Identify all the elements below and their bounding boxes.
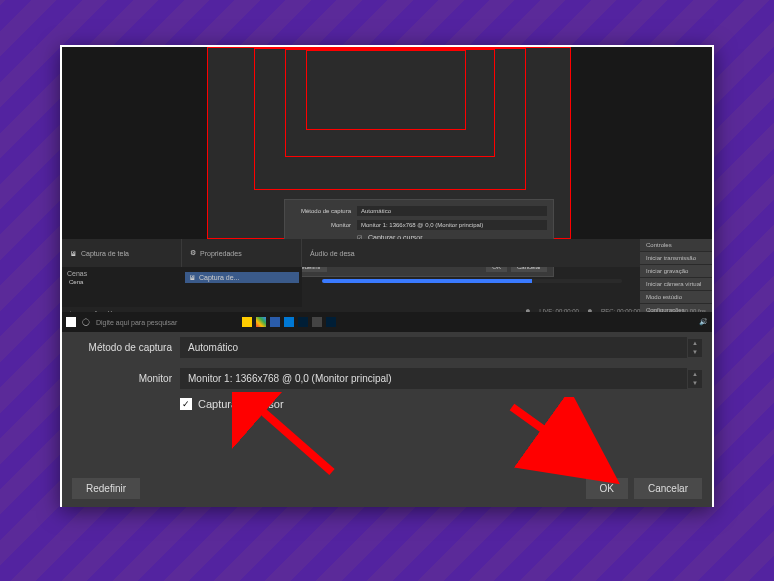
dock-headers: 🖥 Captura de tela ⚙ Propriedades Áudio d…	[62, 239, 712, 267]
chevron-up-icon[interactable]: ▲	[688, 370, 702, 379]
scene-item[interactable]: Cena	[65, 277, 179, 287]
monitor-spinner[interactable]: ▲ ▼	[688, 370, 702, 388]
controls-header: Controles	[640, 239, 712, 251]
capture-cursor-checkbox[interactable]: ✓	[180, 398, 192, 410]
taskbar-apps	[242, 317, 336, 327]
recursive-preview-4	[306, 50, 466, 130]
capture-method-select[interactable]: Automático	[180, 337, 687, 358]
chevron-down-icon[interactable]: ▼	[688, 348, 702, 357]
photoshop-icon[interactable]	[298, 317, 308, 327]
app-icon[interactable]	[270, 317, 280, 327]
obs-window: Método de captura Automático Monitor Mon…	[60, 45, 714, 507]
audio-mixer	[322, 279, 622, 291]
monitor-label: Monitor	[72, 373, 172, 384]
tray-volume-icon[interactable]: 🔊	[699, 318, 708, 326]
chevron-up-icon[interactable]: ▲	[688, 339, 702, 348]
gear-icon: ⚙	[190, 249, 196, 257]
explorer-icon[interactable]	[242, 317, 252, 327]
studio-mode-button[interactable]: Modo estúdio	[640, 291, 712, 303]
monitor-select[interactable]: Monitor 1: 1366x768 @ 0,0 (Monitor princ…	[180, 368, 687, 389]
obs-icon[interactable]	[312, 317, 322, 327]
mini-monitor-value: Monitor 1: 1366x768 @ 0,0 (Monitor princ…	[357, 220, 547, 230]
cancel-button[interactable]: Cancelar	[634, 478, 702, 499]
obs-main-area: Método de captura Automático Monitor Mon…	[62, 47, 712, 332]
properties-label: Propriedades	[200, 250, 242, 257]
start-stream-button[interactable]: Iniciar transmissão	[640, 252, 712, 264]
cortana-icon[interactable]: ◯	[82, 318, 90, 326]
sources-list[interactable]: 🖥 Captura de...	[182, 267, 302, 307]
app-icon[interactable]	[284, 317, 294, 327]
capture-cursor-label: Capturar o cursor	[198, 398, 284, 410]
mini-method-label: Método de captura	[291, 208, 351, 214]
photoshop-icon[interactable]	[326, 317, 336, 327]
volume-meter	[322, 279, 622, 283]
method-spinner[interactable]: ▲ ▼	[688, 339, 702, 357]
mini-method-value: Automático	[357, 206, 547, 216]
virtual-cam-button[interactable]: Iniciar câmera virtual	[640, 278, 712, 290]
chrome-icon[interactable]	[256, 317, 266, 327]
chevron-down-icon[interactable]: ▼	[688, 379, 702, 388]
start-record-button[interactable]: Iniciar gravação	[640, 265, 712, 277]
windows-taskbar: ◯ Digite aqui para pesquisar 🔊	[62, 312, 712, 332]
monitor-icon: 🖥	[70, 250, 77, 257]
svg-line-1	[512, 407, 607, 475]
monitor-icon: 🖥	[189, 274, 196, 281]
taskbar-search[interactable]: Digite aqui para pesquisar	[96, 319, 236, 326]
ok-button[interactable]: OK	[586, 478, 628, 499]
scenes-list[interactable]: Cenas Cena	[62, 267, 182, 307]
recursive-preview-3	[285, 49, 495, 157]
mixer-header: Áudio de desa	[310, 250, 355, 257]
source-item[interactable]: 🖥 Captura de...	[185, 272, 299, 283]
scenes-panel-header: Cenas	[65, 270, 179, 277]
sources-header: Captura de tela	[81, 250, 129, 257]
capture-method-label: Método de captura	[72, 342, 172, 353]
recursive-preview-2	[254, 48, 526, 190]
reset-button[interactable]: Redefinir	[72, 478, 140, 499]
windows-start-icon[interactable]	[66, 317, 76, 327]
properties-dialog: Método de captura Automático ▲ ▼ Monitor…	[62, 332, 712, 507]
mini-monitor-label: Monitor	[291, 222, 351, 228]
